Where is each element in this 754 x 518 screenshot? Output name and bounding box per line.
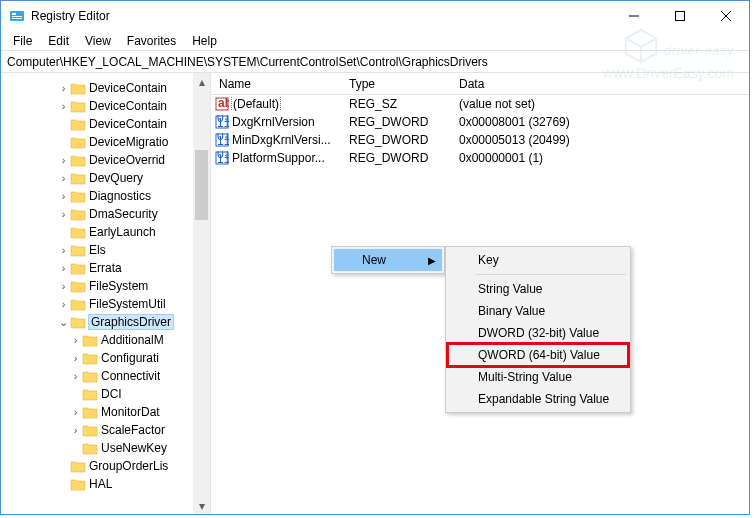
tree-node[interactable]: DeviceMigratio [1, 133, 194, 151]
cell-name: ab(Default) [211, 97, 341, 111]
cell-type: REG_DWORD [341, 133, 451, 147]
tree-label: FileSystem [89, 279, 148, 293]
submenu-dword[interactable]: DWORD (32-bit) Value [448, 322, 628, 344]
tree-node[interactable]: ›FileSystem [1, 277, 194, 295]
tree-node[interactable]: ›AdditionalM [1, 331, 194, 349]
submenu-multistring[interactable]: Multi-String Value [448, 366, 628, 388]
submenu-separator [476, 274, 626, 275]
list-row[interactable]: ab(Default)REG_SZ(value not set) [211, 95, 749, 113]
list-row[interactable]: 011110DxgKrnlVersionREG_DWORD0x00008001 … [211, 113, 749, 131]
tree-node[interactable]: HAL [1, 475, 194, 493]
column-data[interactable]: Data [451, 77, 749, 91]
submenu-key[interactable]: Key [448, 249, 628, 271]
expand-icon[interactable]: › [57, 100, 70, 113]
tree-node[interactable]: DeviceContain [1, 115, 194, 133]
tree-node[interactable]: ›Connectivit [1, 367, 194, 385]
expand-icon[interactable]: › [57, 298, 70, 311]
submenu-binary[interactable]: Binary Value [448, 300, 628, 322]
tree-node[interactable]: ›Diagnostics [1, 187, 194, 205]
menu-help[interactable]: Help [184, 32, 225, 50]
folder-icon [70, 190, 86, 203]
tree-label: ScaleFactor [101, 423, 165, 437]
menu-edit[interactable]: Edit [40, 32, 77, 50]
folder-icon [82, 406, 98, 419]
tree-node[interactable]: ›DeviceOverrid [1, 151, 194, 169]
close-button[interactable] [703, 1, 749, 31]
folder-icon [82, 442, 98, 455]
tree-node[interactable]: ⌄GraphicsDriver [1, 313, 194, 331]
context-new[interactable]: New ▶ [334, 249, 442, 271]
expand-icon[interactable]: › [57, 262, 70, 275]
tree-node[interactable]: ›DeviceContain [1, 79, 194, 97]
list-row[interactable]: 011110PlatformSuppor...REG_DWORD0x000000… [211, 149, 749, 167]
folder-icon [70, 136, 86, 149]
tree-label: Errata [89, 261, 122, 275]
tree-node[interactable]: ›MonitorDat [1, 403, 194, 421]
list-row[interactable]: 011110MinDxgKrnlVersi...REG_DWORD0x00005… [211, 131, 749, 149]
expand-icon[interactable]: › [69, 334, 82, 347]
tree-node[interactable]: ›Configurati [1, 349, 194, 367]
scroll-thumb[interactable] [195, 150, 208, 220]
tree-view[interactable]: ›DeviceContain›DeviceContainDeviceContai… [1, 73, 211, 514]
menu-favorites[interactable]: Favorites [119, 32, 184, 50]
folder-icon [70, 172, 86, 185]
svg-rect-1 [12, 13, 16, 15]
tree-node[interactable]: EarlyLaunch [1, 223, 194, 241]
submenu-qword[interactable]: QWORD (64-bit) Value [448, 344, 628, 366]
tree-node[interactable]: DCI [1, 385, 194, 403]
folder-icon [70, 460, 86, 473]
maximize-button[interactable] [657, 1, 703, 31]
minimize-button[interactable] [611, 1, 657, 31]
folder-icon [70, 280, 86, 293]
cell-type: REG_SZ [341, 97, 451, 111]
menu-file[interactable]: File [5, 32, 40, 50]
expand-icon[interactable]: › [57, 82, 70, 95]
collapse-icon[interactable]: ⌄ [57, 316, 70, 329]
svg-rect-2 [12, 16, 22, 17]
value-name: PlatformSuppor... [232, 151, 325, 165]
svg-rect-3 [12, 18, 22, 19]
tree-node[interactable]: ›Errata [1, 259, 194, 277]
folder-icon [82, 370, 98, 383]
folder-icon [70, 244, 86, 257]
tree-label: UseNewKey [101, 441, 167, 455]
expand-icon[interactable]: › [69, 352, 82, 365]
expand-icon[interactable]: › [57, 154, 70, 167]
scroll-down-button[interactable]: ▾ [193, 497, 210, 514]
column-type[interactable]: Type [341, 77, 451, 91]
svg-text:110: 110 [217, 152, 229, 165]
tree-scrollbar[interactable]: ▴ ▾ [193, 73, 210, 514]
scroll-track[interactable] [193, 90, 210, 497]
submenu-string[interactable]: String Value [448, 278, 628, 300]
tree-label: EarlyLaunch [89, 225, 156, 239]
tree-label: DeviceContain [89, 81, 167, 95]
svg-rect-5 [676, 12, 685, 21]
expand-icon[interactable]: › [57, 280, 70, 293]
tree-node[interactable]: ›ScaleFactor [1, 421, 194, 439]
menu-view[interactable]: View [77, 32, 119, 50]
expand-icon[interactable]: › [69, 406, 82, 419]
submenu-expandstring[interactable]: Expandable String Value [448, 388, 628, 410]
expand-icon[interactable]: › [57, 208, 70, 221]
tree-node[interactable]: ›DevQuery [1, 169, 194, 187]
window-title: Registry Editor [31, 9, 611, 23]
tree-node[interactable]: UseNewKey [1, 439, 194, 457]
address-bar[interactable]: Computer\HKEY_LOCAL_MACHINE\SYSTEM\Curre… [1, 51, 749, 73]
context-menu: New ▶ [331, 246, 445, 274]
tree-node[interactable]: GroupOrderLis [1, 457, 194, 475]
tree-node[interactable]: ›DeviceContain [1, 97, 194, 115]
tree-label: DmaSecurity [89, 207, 158, 221]
tree-label: Configurati [101, 351, 159, 365]
expand-icon[interactable]: › [57, 190, 70, 203]
expand-icon[interactable]: › [69, 424, 82, 437]
expand-icon[interactable]: › [57, 244, 70, 257]
scroll-up-button[interactable]: ▴ [193, 73, 210, 90]
expand-icon[interactable]: › [69, 370, 82, 383]
tree-node[interactable]: ›DmaSecurity [1, 205, 194, 223]
expand-icon[interactable]: › [57, 172, 70, 185]
tree-node[interactable]: ›Els [1, 241, 194, 259]
folder-icon [70, 82, 86, 95]
column-name[interactable]: Name [211, 77, 341, 91]
tree-node[interactable]: ›FileSystemUtil [1, 295, 194, 313]
svg-text:110: 110 [217, 134, 229, 147]
